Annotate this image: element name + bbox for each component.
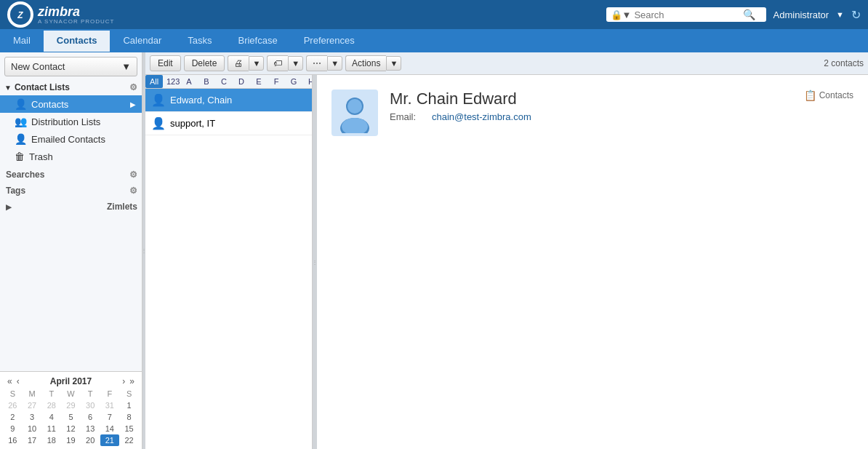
new-contact-button[interactable]: New Contact ▼ — [4, 57, 137, 76]
cal-next-year-btn[interactable]: » — [128, 376, 136, 386]
zimlets-section-header[interactable]: ▶ Zimlets — [0, 197, 142, 213]
contact-lists-section-header[interactable]: ▼ Contact Lists ⚙ — [0, 79, 142, 95]
cal-cell[interactable]: 28 — [41, 400, 61, 411]
cal-prev-month-btn[interactable]: ‹ — [15, 376, 21, 386]
cal-cell[interactable]: 3 — [23, 411, 42, 423]
contact-item-support[interactable]: 👤 support, IT — [145, 112, 312, 135]
tab-briefcase[interactable]: Briefcase — [225, 31, 290, 52]
tab-preferences[interactable]: Preferences — [291, 31, 368, 52]
cal-cell[interactable]: 9 — [3, 423, 23, 434]
mini-calendar: « ‹ April 2017 › » S M T W T — [0, 371, 142, 449]
alpha-btn-f[interactable]: F — [268, 75, 285, 88]
admin-arrow-icon[interactable]: ▼ — [836, 10, 844, 19]
alpha-btn-a[interactable]: A — [180, 75, 198, 88]
cal-cell[interactable]: 16 — [3, 434, 23, 446]
contact-lists-toggle-icon: ▼ — [4, 84, 12, 92]
cal-cell[interactable]: 19 — [61, 434, 81, 446]
svg-text:Z: Z — [17, 10, 23, 20]
contact-email-field: Email: chain@test-zimbra.com — [390, 111, 531, 122]
cal-cell[interactable]: 18 — [41, 434, 61, 446]
cal-cell[interactable]: 8 — [119, 411, 139, 423]
cal-cell-today[interactable]: 21 — [100, 434, 120, 446]
search-submit-btn[interactable]: 🔍 — [743, 9, 755, 20]
cal-cell[interactable]: 4 — [41, 411, 61, 423]
cal-cell[interactable]: 2 — [3, 411, 23, 423]
cal-cell[interactable]: 13 — [81, 423, 100, 434]
cal-cell[interactable]: 14 — [100, 423, 120, 434]
sidebar-item-distribution-lists[interactable]: 👥 Distribution Lists — [0, 113, 142, 130]
cal-cell[interactable]: 5 — [61, 411, 81, 423]
search-input[interactable] — [634, 9, 743, 20]
delete-button[interactable]: Delete — [184, 55, 225, 71]
admin-label[interactable]: Administrator — [773, 9, 829, 20]
topbar: Z zimbra A SYNACOR PRODUCT 🔒▼ 🔍 Administ… — [0, 0, 868, 29]
sidebar-item-trash[interactable]: 🗑 Trash — [0, 148, 142, 165]
cal-cell[interactable]: 15 — [119, 423, 139, 434]
alpha-btn-b[interactable]: B — [198, 75, 215, 88]
more-dropdown-btn[interactable]: ▼ — [327, 56, 342, 71]
tab-contacts[interactable]: Contacts — [44, 31, 110, 52]
calendar-grid: S M T W T F S 26 27 28 29 30 — [3, 388, 139, 446]
print-dropdown-btn[interactable]: ▼ — [249, 56, 264, 71]
actions-dropdown-btn[interactable]: ▼ — [386, 56, 401, 71]
cal-cell[interactable]: 11 — [41, 423, 61, 434]
alpha-btn-g[interactable]: G — [285, 75, 302, 88]
edit-button[interactable]: Edit — [150, 55, 181, 71]
more-button[interactable]: ⋯ — [306, 55, 327, 71]
search-box: 🔒▼ 🔍 — [606, 7, 766, 22]
cal-day-fri: F — [100, 388, 120, 400]
breadcrumb-icon: 📋 — [804, 90, 816, 101]
cal-cell[interactable]: 7 — [100, 411, 120, 423]
tag-dropdown-btn[interactable]: ▼ — [288, 56, 303, 71]
tags-section-header[interactable]: Tags ⚙ — [0, 181, 142, 197]
tab-calendar[interactable]: Calendar — [110, 31, 174, 52]
refresh-btn[interactable]: ↻ — [851, 8, 861, 22]
cal-cell[interactable]: 10 — [23, 423, 42, 434]
alpha-btn-c[interactable]: C — [215, 75, 233, 88]
detail-panel: Mr. Chain Edward Email: chain@test-zimbr… — [317, 75, 868, 449]
cal-cell[interactable]: 31 — [100, 400, 120, 411]
cal-cell[interactable]: 20 — [81, 434, 100, 446]
alpha-btn-h[interactable]: H — [302, 75, 312, 88]
cal-cell[interactable]: 12 — [61, 423, 81, 434]
searches-section-header[interactable]: Searches ⚙ — [0, 165, 142, 181]
tab-mail[interactable]: Mail — [0, 31, 44, 52]
alpha-btn-d[interactable]: D — [233, 75, 250, 88]
cal-cell[interactable]: 1 — [119, 400, 139, 411]
sidebar-item-contacts[interactable]: 👤 Contacts ▶ — [0, 95, 142, 113]
tag-button[interactable]: 🏷 — [267, 55, 288, 71]
tab-tasks[interactable]: Tasks — [174, 31, 225, 52]
cal-day-sat: S — [119, 388, 139, 400]
search-dropdown-btn[interactable]: 🔒▼ — [611, 9, 632, 20]
calendar-nav-prev: « ‹ — [6, 376, 21, 386]
navtabs: Mail Contacts Calendar Tasks Briefcase P… — [0, 29, 868, 52]
cal-cell[interactable]: 29 — [61, 400, 81, 411]
new-contact-label: New Contact — [11, 61, 65, 72]
actions-button[interactable]: Actions — [345, 55, 386, 71]
cal-cell[interactable]: 6 — [81, 411, 100, 423]
alpha-btn-123[interactable]: 123 — [163, 75, 180, 88]
cal-cell[interactable]: 17 — [23, 434, 42, 446]
cal-day-mon: M — [23, 388, 42, 400]
main-layout: New Contact ▼ ▼ Contact Lists ⚙ 👤 Contac… — [0, 52, 868, 449]
cal-cell[interactable]: 26 — [3, 400, 23, 411]
detail-header: Mr. Chain Edward Email: chain@test-zimbr… — [331, 90, 531, 136]
cal-next-month-btn[interactable]: › — [121, 376, 126, 386]
logo-text: zimbra — [38, 5, 114, 18]
cal-cell[interactable]: 27 — [23, 400, 42, 411]
print-button[interactable]: 🖨 — [228, 55, 249, 71]
alpha-btn-e[interactable]: E — [250, 75, 268, 88]
cal-cell[interactable]: 30 — [81, 400, 100, 411]
trash-icon: 🗑 — [15, 151, 25, 162]
email-value[interactable]: chain@test-zimbra.com — [432, 111, 531, 122]
cal-cell[interactable]: 22 — [119, 434, 139, 446]
tags-gear-icon[interactable]: ⚙ — [129, 186, 137, 196]
contact-lists-gear-icon[interactable]: ⚙ — [129, 82, 137, 92]
cal-prev-year-btn[interactable]: « — [6, 376, 14, 386]
searches-gear-icon[interactable]: ⚙ — [129, 170, 137, 180]
contact-item-edward[interactable]: 👤 Edward, Chain — [145, 89, 312, 112]
alpha-btn-all[interactable]: All — [145, 75, 163, 88]
contacts-count: 2 contacts — [824, 58, 864, 68]
zimlets-toggle-icon: ▶ — [6, 203, 12, 211]
sidebar-item-emailed-contacts[interactable]: 👤 Emailed Contacts — [0, 130, 142, 148]
